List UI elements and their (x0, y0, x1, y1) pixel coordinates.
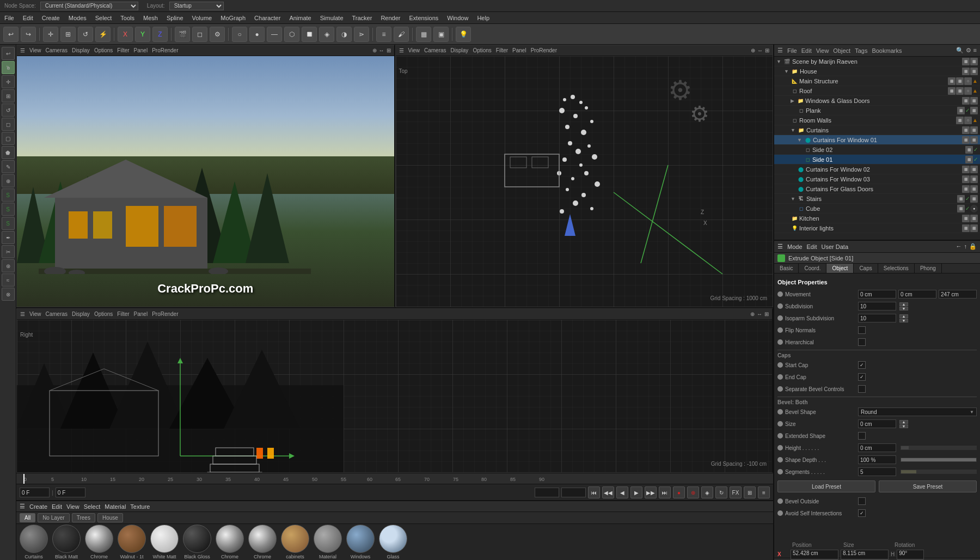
tree-plank[interactable]: ◻ Plank ▦ ✓ ▦ (774, 106, 980, 115)
tree-roof[interactable]: ◻ Roof ▦ ▦ ○ ▲ (774, 86, 980, 96)
seg-slider[interactable] (901, 470, 977, 474)
vp3-view[interactable]: View (29, 311, 41, 317)
mat-tab-all[interactable]: All (20, 513, 35, 522)
left-tool-move[interactable]: ✛ (2, 75, 15, 88)
snap-btn[interactable]: 🔲 (302, 27, 317, 42)
deformer-btn[interactable]: ⋗ (354, 27, 369, 42)
isoparm-stepper[interactable]: ▲ ▼ (899, 314, 908, 322)
mat-texture[interactable]: Texture (130, 503, 150, 510)
polygon-btn[interactable]: ⬡ (284, 27, 299, 42)
grid-btn[interactable]: ▦ (416, 27, 431, 42)
menu-modes[interactable]: Modes (69, 15, 87, 21)
x-axis-btn[interactable]: X (118, 27, 133, 42)
om-tags[interactable]: Tags (855, 47, 867, 54)
tree-curtain-gd[interactable]: ⬤ Curtains For Glass Doors ▦ ▦ (774, 184, 980, 194)
startcap-checkbox[interactable]: ✓ (858, 361, 866, 369)
menu-character[interactable]: Character (254, 15, 280, 21)
vp2-filter[interactable]: Filter (496, 47, 508, 53)
om-view[interactable]: View (816, 47, 829, 54)
tree-stairs[interactable]: ▼ 🏗 Stairs ▦ ✓ ▦ (774, 194, 980, 204)
material-chrome3[interactable]: Chrome (248, 525, 277, 559)
vp3-prorender[interactable]: ProRender (152, 311, 178, 317)
om-icon2[interactable]: ⚙ (966, 47, 971, 54)
tree-cube[interactable]: ◻ Cube ▦ ✓ ● (774, 204, 980, 214)
menu-spline[interactable]: Spline (167, 15, 183, 21)
menu-render[interactable]: Render (381, 15, 400, 21)
vp2-cameras[interactable]: Cameras (424, 47, 446, 53)
endcap-checkbox[interactable]: ✓ (858, 373, 866, 381)
left-tool-pen[interactable]: ✒ (2, 231, 15, 244)
om-icon1[interactable]: 🔍 (956, 47, 964, 54)
vp2-view[interactable]: View (408, 47, 420, 53)
vp1-cameras[interactable]: Cameras (46, 47, 68, 53)
tree-kitchen[interactable]: 📁 Kitchen ▦ ▦ (774, 214, 980, 223)
z-axis-btn[interactable]: Z (152, 27, 168, 42)
left-tool-cube[interactable]: ◻ (2, 118, 15, 131)
left-tool-magnet[interactable]: ⊛ (2, 259, 15, 272)
om-menu-icon[interactable]: ☰ (777, 47, 783, 54)
texture-btn[interactable]: ◑ (336, 27, 352, 42)
attr-lock-icon[interactable]: 🔒 (969, 243, 977, 250)
left-tool-s3[interactable]: S (2, 217, 15, 230)
redo-btn[interactable]: ↪ (21, 27, 36, 42)
vp3-menu-icon[interactable]: ☰ (20, 311, 25, 317)
flipnorm-checkbox[interactable] (858, 326, 866, 334)
material-material[interactable]: Material (314, 525, 342, 559)
y-axis-btn[interactable]: Y (135, 27, 150, 42)
prev-frame-btn[interactable]: ◀◀ (602, 486, 614, 498)
vp1-panel[interactable]: Panel (134, 47, 148, 53)
attr-back-icon[interactable]: ← (956, 243, 962, 250)
left-tool-5[interactable]: ⬟ (2, 146, 15, 159)
material-chrome2[interactable]: Chrome (216, 525, 244, 559)
vp3-icon1[interactable]: ⊕ (750, 311, 755, 317)
left-tool-1[interactable]: ↩ (2, 47, 15, 60)
bevout-checkbox[interactable] (858, 497, 866, 505)
step-back-btn[interactable]: ⏮ (588, 486, 600, 498)
right-view-content[interactable]: Right (17, 320, 772, 472)
left-tool-plane[interactable]: ▢ (2, 132, 15, 145)
scale-btn[interactable]: ⊞ (60, 27, 76, 42)
tree-house[interactable]: ▼ 📁 House ▦ ▦ (774, 66, 980, 76)
left-tool-s2[interactable]: S (2, 203, 15, 216)
mat-tab-nolayer[interactable]: No Layer (38, 513, 70, 522)
keyframe-btn[interactable]: ◈ (701, 486, 713, 498)
left-tool-7[interactable]: ⊕ (2, 174, 15, 187)
coord-x-rot[interactable]: 90° (897, 550, 924, 559)
menu-animate[interactable]: Animate (289, 15, 311, 21)
material-blackmatt[interactable]: Black Matt (52, 525, 81, 559)
menu-window[interactable]: Window (447, 15, 468, 21)
subdiv-stepper[interactable]: ▲ ▼ (899, 302, 908, 311)
material-blackgloss[interactable]: Black Gloss (183, 525, 211, 559)
step-fwd-btn[interactable]: ⏭ (659, 486, 671, 498)
fx-btn[interactable]: FX (730, 486, 742, 498)
vp2-icon1[interactable]: ⊕ (751, 47, 755, 53)
attr-tab-object[interactable]: Object (826, 264, 854, 273)
menu-create[interactable]: Create (42, 15, 60, 21)
coord-x-pos[interactable]: 52.428 cm (791, 550, 838, 559)
vp1-icon2[interactable]: ↔ (379, 47, 384, 53)
mat-tab-trees[interactable]: Trees (72, 513, 95, 522)
brush-btn[interactable]: 🖌 (394, 27, 409, 42)
end-frame-input1[interactable]: 90 F (535, 488, 559, 497)
vp1-options[interactable]: Options (94, 47, 113, 53)
top-view-content[interactable]: Top (396, 56, 773, 307)
light-btn[interactable]: 💡 (456, 27, 471, 42)
vp1-icon1[interactable]: ⊕ (372, 47, 377, 53)
tree-curtain-w02[interactable]: ⬤ Curtains For Window 02 ▦ ▦ (774, 165, 980, 174)
menu-help[interactable]: Help (477, 15, 489, 21)
tree-room-walls[interactable]: ◻ Room Walls ▦ ○ ▲ (774, 115, 980, 125)
material-curtains[interactable]: Curtains (20, 525, 48, 559)
om-file[interactable]: File (787, 47, 797, 54)
attr-tab-basic[interactable]: Basic (774, 264, 799, 273)
vp1-prorender[interactable]: ProRender (152, 47, 178, 53)
prev-btn[interactable]: ◀ (616, 486, 628, 498)
select-btn[interactable]: ◻ (192, 27, 207, 42)
hier-checkbox[interactable] (858, 338, 866, 346)
align-btn[interactable]: ≡ (376, 27, 391, 42)
transform-btn[interactable]: ⚡ (95, 27, 111, 42)
wireframe-btn[interactable]: ▣ (433, 27, 449, 42)
menu-tools[interactable]: Tools (120, 15, 134, 21)
attr-up-icon[interactable]: ↑ (964, 243, 967, 250)
height-slider[interactable] (901, 446, 977, 450)
edge-btn[interactable]: — (267, 27, 282, 42)
